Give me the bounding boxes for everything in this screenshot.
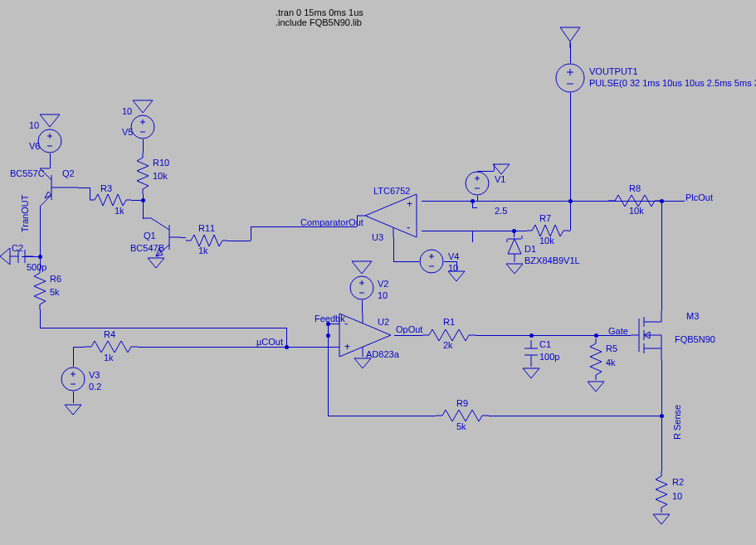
net-label-ucout[interactable]: µCOut [256, 337, 283, 347]
ground-icon [349, 259, 374, 275]
label-m3-part[interactable]: FQB5N90 [675, 334, 715, 344]
schematic-canvas[interactable]: .tran 0 15ms 0ms 1us .include FQB5N90.li… [0, 0, 756, 545]
label-m3-name[interactable]: M3 [686, 311, 699, 321]
ground-icon [0, 246, 12, 266]
label-voutput1-name[interactable]: VOUTPUT1 [589, 66, 638, 76]
svg-marker-47 [508, 239, 521, 254]
svg-point-30 [61, 367, 85, 391]
label-u2-name[interactable]: U2 [378, 317, 389, 327]
label-d1-part[interactable]: BZX84B9V1L [524, 255, 580, 265]
label-v6-name[interactable]: V6 [29, 141, 40, 151]
label-voutput1-value[interactable]: PULSE(0 32 1ms 10us 10us 2.5ms 5ms 3) [589, 78, 756, 88]
svg-text:+: + [344, 341, 350, 353]
svg-text:-: - [407, 221, 410, 233]
voltage-source-v6[interactable] [37, 129, 62, 153]
label-r1-value[interactable]: 2k [443, 340, 453, 350]
capacitor-c1[interactable] [524, 340, 538, 367]
spice-directive-include[interactable]: .include FQB5N90.lib [276, 17, 362, 27]
label-r6-value[interactable]: 5k [50, 287, 60, 297]
svg-point-43 [420, 250, 443, 273]
label-r3-name[interactable]: R3 [100, 183, 112, 193]
ground-icon [558, 25, 583, 43]
label-q1-name[interactable]: Q1 [144, 231, 156, 241]
label-r5-value[interactable]: 4k [606, 358, 616, 367]
label-v4-name[interactable]: V4 [448, 251, 459, 261]
label-r2-name[interactable]: R2 [672, 477, 684, 487]
resistor-r5[interactable] [588, 338, 603, 380]
ground-icon [586, 380, 606, 393]
label-r1-name[interactable]: R1 [443, 317, 455, 327]
resistor-r10[interactable] [135, 153, 150, 194]
ground-icon [353, 357, 373, 370]
label-v2-name[interactable]: V2 [378, 279, 388, 289]
svg-line-64 [151, 218, 169, 230]
ground-icon [651, 513, 671, 526]
label-u3-part[interactable]: LTC6752 [373, 186, 410, 196]
label-c1-name[interactable]: C1 [539, 339, 551, 349]
net-label-rsense[interactable]: R Sense [672, 405, 682, 440]
label-r3-value[interactable]: 1k [115, 206, 124, 216]
spice-directive-tran[interactable]: .tran 0 15ms 0ms 1us [276, 7, 363, 17]
label-r4-value[interactable]: 1k [104, 353, 114, 363]
voltage-source-voutput1[interactable] [555, 63, 585, 93]
label-r2-value[interactable]: 10 [672, 491, 682, 501]
zener-d1[interactable] [506, 237, 523, 262]
svg-point-49 [38, 129, 61, 153]
label-r11-value[interactable]: 1k [198, 246, 208, 255]
label-r8-value[interactable]: 10k [629, 206, 644, 216]
label-q1-part[interactable]: BC547B [130, 243, 164, 253]
resistor-r2[interactable] [654, 471, 669, 513]
ground-icon [146, 256, 166, 270]
label-r8-name[interactable]: R8 [629, 183, 641, 193]
voltage-source-v1[interactable] [465, 171, 490, 196]
label-u3-name[interactable]: U3 [372, 232, 383, 242]
svg-text:+: + [407, 198, 412, 210]
resistor-r3[interactable] [90, 192, 131, 207]
net-label-comparatorout[interactable]: ComparatorOut [300, 217, 363, 227]
label-d1-name[interactable]: D1 [524, 244, 536, 254]
net-label-tranout[interactable]: TranOUT [20, 195, 30, 232]
label-r11-name[interactable]: R11 [198, 223, 215, 233]
ground-icon [37, 112, 62, 129]
mosfet-m3[interactable] [631, 310, 672, 360]
label-r10-name[interactable]: R10 [153, 158, 169, 168]
label-r7-name[interactable]: R7 [539, 213, 551, 223]
svg-marker-57 [45, 192, 51, 198]
label-r7-value[interactable]: 10k [539, 236, 554, 246]
svg-point-0 [556, 64, 584, 92]
ground-icon [130, 98, 155, 114]
label-v2-value[interactable]: 10 [378, 290, 388, 300]
svg-point-26 [350, 276, 373, 299]
voltage-source-v2[interactable] [349, 275, 374, 300]
label-v1-value[interactable]: 2.5 [495, 206, 507, 216]
label-c2-name[interactable]: C2 [12, 243, 23, 253]
voltage-source-v3[interactable] [61, 367, 85, 392]
comparator-u3[interactable]: + - [357, 194, 422, 237]
label-r9-name[interactable]: R9 [456, 398, 468, 408]
net-label-opout[interactable]: OpOut [396, 324, 422, 334]
ground-icon [446, 270, 466, 283]
resistor-r6[interactable] [32, 268, 47, 309]
label-r9-value[interactable]: 5k [456, 421, 466, 431]
ground-icon [505, 262, 524, 275]
label-v5-name[interactable]: V5 [122, 127, 133, 137]
voltage-source-v5[interactable] [130, 114, 155, 139]
label-r10-value[interactable]: 10k [153, 171, 168, 181]
ground-icon [521, 367, 541, 380]
label-q2-part[interactable]: BC557C [10, 168, 45, 178]
label-r6-name[interactable]: R6 [50, 274, 61, 284]
label-v3-name[interactable]: V3 [89, 370, 100, 380]
net-label-plcout[interactable]: PlcOut [685, 192, 713, 202]
net-label-gate[interactable]: Gate [608, 326, 628, 336]
label-v3-value[interactable]: 0.2 [89, 382, 101, 392]
label-r5-name[interactable]: R5 [606, 343, 617, 353]
label-q2-name[interactable]: Q2 [62, 168, 75, 178]
label-c1-value[interactable]: 100p [539, 352, 559, 362]
svg-point-39 [466, 172, 489, 195]
svg-point-59 [131, 115, 154, 139]
ground-icon [63, 403, 83, 416]
voltage-source-v4[interactable] [419, 249, 444, 274]
label-r4-name[interactable]: R4 [104, 329, 115, 339]
